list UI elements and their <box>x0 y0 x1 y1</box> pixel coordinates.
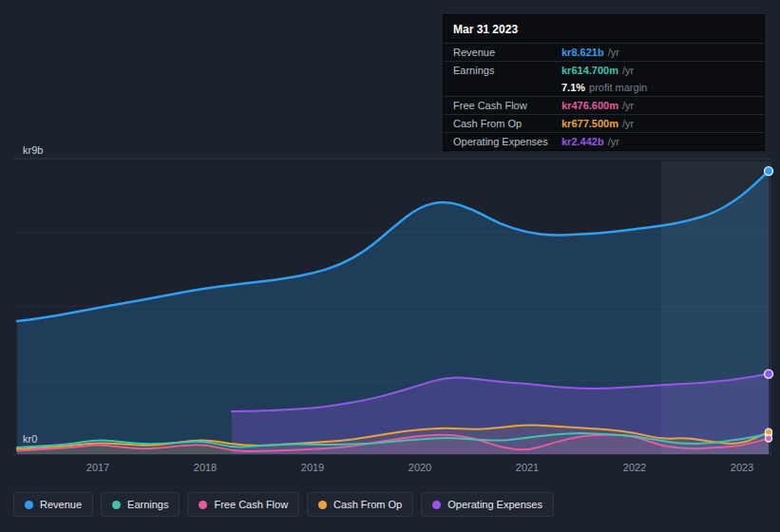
end-dot-operating-expenses <box>765 370 773 378</box>
y-axis-label-bottom: kr0 <box>23 433 37 445</box>
x-axis-tick-2022: 2022 <box>623 462 646 473</box>
legend-item-revenue[interactable]: Revenue <box>13 492 93 517</box>
x-axis-tick-2019: 2019 <box>301 462 324 473</box>
tooltip-row-revenue: Revenue kr8.621b/yr <box>444 43 764 61</box>
tooltip-value: 7.1%profit margin <box>561 82 647 93</box>
x-axis-tick-2020: 2020 <box>409 462 431 473</box>
legend-item-cash-from-op[interactable]: Cash From Op <box>307 492 413 517</box>
tooltip-label: Free Cash Flow <box>453 100 561 111</box>
tooltip-value: kr614.700m/yr <box>561 65 634 76</box>
revenue-dot-icon <box>25 501 33 509</box>
legend-label: Earnings <box>127 499 168 510</box>
tooltip-row-cash-from-op: Cash From Op kr677.500m/yr <box>444 114 764 132</box>
end-dot-free-cash-flow <box>766 435 772 442</box>
legend-label: Free Cash Flow <box>214 499 288 510</box>
legend-item-free-cash-flow[interactable]: Free Cash Flow <box>187 492 299 517</box>
tooltip-value: kr476.600m/yr <box>561 100 634 111</box>
x-axis-tick-2021: 2021 <box>516 462 539 473</box>
tooltip-label: Earnings <box>453 65 561 76</box>
legend-item-operating-expenses[interactable]: Operating Expenses <box>421 492 554 517</box>
tooltip-row-earnings: Earnings kr614.700m/yr <box>444 61 764 79</box>
free-cash-flow-dot-icon <box>199 501 207 509</box>
tooltip-row-free-cash-flow: Free Cash Flow kr476.600m/yr <box>444 96 764 114</box>
chart-legend: Revenue Earnings Free Cash Flow Cash Fro… <box>13 492 554 517</box>
legend-label: Operating Expenses <box>447 499 542 510</box>
end-dot-cash-from-op <box>766 428 772 435</box>
legend-label: Revenue <box>40 499 82 510</box>
tooltip-row-operating-expenses: Operating Expenses kr2.442b/yr <box>444 132 764 150</box>
tooltip-row-profit-margin: 7.1%profit margin <box>444 79 764 96</box>
x-axis-tick-2018: 2018 <box>194 462 217 473</box>
earnings-dot-icon <box>112 501 121 509</box>
tooltip-value: kr8.621b/yr <box>561 47 619 58</box>
cash-from-op-dot-icon <box>318 501 327 509</box>
tooltip-label: Revenue <box>453 47 561 58</box>
tooltip-value: kr677.500m/yr <box>561 118 634 129</box>
tooltip-date: Mar 31 2023 <box>444 15 764 43</box>
tooltip-label: Cash From Op <box>453 118 561 129</box>
x-axis-tick-2017: 2017 <box>86 462 109 473</box>
y-axis-label-top: kr9b <box>23 144 43 156</box>
highlight-band <box>661 162 771 454</box>
legend-item-earnings[interactable]: Earnings <box>101 492 180 517</box>
x-axis-tick-2023: 2023 <box>731 462 753 473</box>
chart-tooltip: Mar 31 2023 Revenue kr8.621b/yr Earnings… <box>443 14 765 151</box>
stock-financials-chart-page: kr9b kr0 2017 2018 2019 2020 2021 2022 2… <box>0 0 780 532</box>
end-dot-revenue <box>765 167 773 176</box>
operating-expenses-dot-icon <box>432 501 441 509</box>
tooltip-value: kr2.442b/yr <box>561 136 619 147</box>
legend-label: Cash From Op <box>333 499 402 510</box>
tooltip-label: Operating Expenses <box>453 136 561 147</box>
